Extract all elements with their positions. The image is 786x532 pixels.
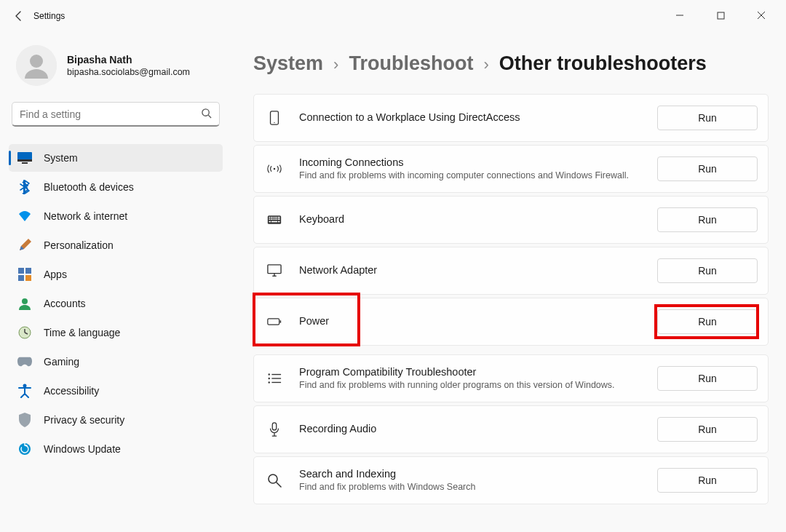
sidebar-item-label: Personalization [44, 239, 114, 251]
sidebar-item-gaming[interactable]: Gaming [9, 348, 223, 376]
sidebar-item-personalization[interactable]: Personalization [9, 231, 223, 259]
troubleshooter-title: Keyboard [299, 213, 643, 227]
svg-rect-28 [274, 217, 276, 218]
apps-icon [17, 267, 32, 282]
titlebar: Settings [0, 0, 786, 32]
sidebar-item-label: Gaming [44, 356, 79, 368]
svg-point-5 [30, 55, 43, 68]
microphone-icon [264, 422, 285, 437]
chevron-right-icon: › [483, 55, 488, 74]
troubleshooter-desc: Find and fix problems with Windows Searc… [299, 481, 643, 493]
keyboard-icon [264, 213, 285, 227]
run-button[interactable]: Run [657, 309, 758, 334]
svg-rect-37 [269, 221, 271, 223]
svg-rect-13 [18, 275, 24, 281]
svg-rect-26 [271, 217, 272, 218]
svg-rect-27 [273, 217, 274, 218]
search-icon [264, 473, 285, 488]
troubleshooter-desc: Find and fix problems with incoming comp… [299, 170, 643, 182]
sidebar-item-update[interactable]: Windows Update [9, 435, 223, 463]
troubleshooter-directaccess: Connection to a Workplace Using DirectAc… [253, 94, 769, 142]
troubleshooter-title: Incoming Connections [299, 156, 643, 170]
troubleshooter-search: Search and Indexing Find and fix problem… [253, 456, 769, 504]
svg-rect-14 [25, 275, 31, 281]
sidebar-item-label: Accessibility [44, 385, 99, 397]
svg-point-6 [202, 108, 209, 115]
sidebar-item-bluetooth[interactable]: Bluetooth & devices [9, 173, 223, 201]
svg-rect-33 [273, 218, 274, 220]
svg-rect-12 [25, 268, 31, 274]
sidebar-item-label: Privacy & security [44, 414, 124, 426]
maximize-button[interactable] [706, 11, 735, 22]
troubleshooter-keyboard: Keyboard Run [253, 196, 769, 244]
sidebar-item-apps[interactable]: Apps [9, 261, 223, 288]
svg-rect-29 [277, 217, 278, 218]
svg-point-19 [23, 384, 27, 388]
update-icon [17, 442, 32, 456]
svg-rect-44 [280, 320, 282, 322]
troubleshooter-incoming: Incoming Connections Find and fix proble… [253, 145, 769, 193]
minimize-button[interactable] [665, 11, 694, 22]
run-button[interactable]: Run [657, 366, 758, 391]
sidebar-item-privacy[interactable]: Privacy & security [9, 406, 223, 434]
svg-line-7 [208, 115, 211, 118]
svg-point-15 [22, 298, 28, 304]
chevron-right-icon: › [333, 55, 338, 74]
troubleshooter-title: Network Adapter [299, 263, 643, 278]
search-input-wrapper[interactable] [12, 102, 220, 127]
svg-rect-1 [718, 12, 724, 19]
troubleshooter-title: Search and Indexing [299, 467, 643, 482]
window-title: Settings [33, 11, 65, 21]
svg-point-47 [269, 378, 270, 379]
network-icon [17, 209, 32, 223]
svg-point-49 [269, 381, 270, 383]
svg-rect-40 [268, 265, 281, 274]
sidebar-item-accessibility[interactable]: Accessibility [9, 377, 223, 405]
sidebar-item-network[interactable]: Network & internet [9, 202, 223, 230]
gaming-icon [17, 354, 32, 369]
svg-line-53 [277, 483, 281, 487]
search-input[interactable] [20, 108, 201, 120]
run-button[interactable]: Run [657, 258, 758, 283]
bluetooth-icon [17, 180, 32, 194]
battery-icon [264, 314, 285, 329]
run-button[interactable]: Run [657, 106, 758, 130]
run-button[interactable]: Run [657, 207, 758, 232]
svg-rect-43 [268, 319, 279, 325]
run-button[interactable]: Run [657, 156, 758, 181]
signal-icon [264, 162, 285, 176]
svg-rect-10 [22, 162, 28, 164]
troubleshooter-title: Program Compatibility Troubleshooter [299, 365, 643, 380]
close-button[interactable] [747, 11, 776, 22]
sidebar-item-time[interactable]: Time & language [9, 319, 223, 346]
troubleshooter-recording: Recording Audio Run [253, 405, 769, 453]
sidebar-nav: System Bluetooth & devices Network & int… [9, 141, 223, 463]
svg-rect-9 [17, 159, 32, 162]
accounts-icon [17, 296, 32, 311]
svg-rect-35 [277, 218, 278, 220]
main-content: System › Troubleshoot › Other troublesho… [230, 32, 786, 532]
troubleshooter-title: Recording Audio [299, 422, 643, 437]
svg-rect-38 [271, 221, 277, 223]
troubleshooter-network-adapter: Network Adapter Run [253, 247, 769, 295]
account-email: bipasha.sociolabs@gmail.com [67, 66, 190, 78]
account-block[interactable]: Bipasha Nath bipasha.sociolabs@gmail.com [9, 39, 223, 98]
breadcrumb-system[interactable]: System [253, 52, 323, 75]
sidebar-item-accounts[interactable]: Accounts [9, 290, 223, 317]
breadcrumb-troubleshoot[interactable]: Troubleshoot [349, 52, 473, 75]
sidebar-item-label: Windows Update [44, 443, 121, 455]
checklist-icon [264, 371, 285, 386]
paintbrush-icon [17, 238, 32, 253]
avatar [16, 45, 57, 86]
run-button[interactable]: Run [657, 468, 758, 493]
sidebar-item-system[interactable]: System [9, 144, 223, 172]
troubleshooter-title: Power [299, 314, 643, 329]
run-button[interactable]: Run [657, 417, 758, 442]
svg-point-22 [274, 122, 274, 123]
svg-rect-32 [271, 218, 272, 220]
sidebar-item-label: Network & internet [44, 210, 127, 222]
sidebar-item-label: Bluetooth & devices [44, 181, 134, 193]
back-button[interactable] [4, 10, 33, 22]
sidebar-item-label: Apps [44, 269, 67, 280]
sidebar-item-label: Accounts [44, 298, 86, 309]
